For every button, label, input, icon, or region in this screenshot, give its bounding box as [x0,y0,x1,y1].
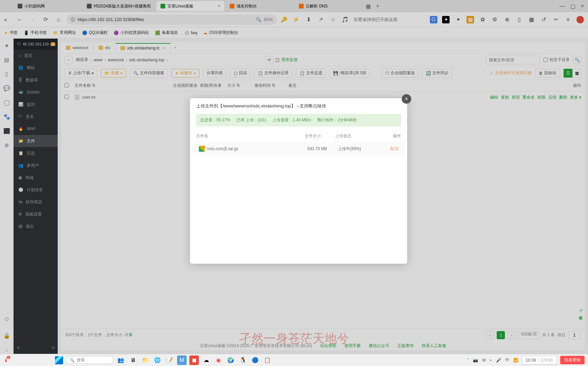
star-icon[interactable]: ☆ [329,16,337,23]
sidebar-item-terminal[interactable]: ▣终端 [14,171,58,184]
scissor-icon[interactable]: ✂ [552,16,559,23]
right-side-help[interactable]: ↻ 客服 [576,309,583,313]
action-more[interactable]: 更多 ▾ [570,95,581,100]
extensions-icon[interactable]: ▦ [364,2,372,10]
sidebar-item-logs[interactable]: 📋日志 [14,147,58,159]
bookmark-fwq[interactable]: ⚪fwq [184,30,197,35]
link-support[interactable]: 联系人工客服 [422,343,446,349]
sidebar-item-db[interactable]: 🗄数据库 [14,74,58,86]
sidebar-item-security[interactable]: 🛡安全 [14,110,58,123]
close-tab-icon[interactable]: × [218,4,220,8]
sidebar-item-docker[interactable]: 🐳Docker [14,86,58,98]
strip-folder-icon[interactable]: ▤ [3,56,11,64]
sync-button[interactable]: 🔄 文件同步 [422,69,452,78]
key-icon[interactable]: 🔑 [280,16,288,23]
file-tab-etc[interactable]: etc [94,43,116,53]
task-note-icon[interactable]: M [177,355,187,365]
sidebar-item-store[interactable]: 🛍软件商店 [14,196,58,208]
browser-tab-0[interactable]: 小刘源码网 [14,1,81,11]
footprint-button[interactable]: 📋 文件足迹 [296,69,326,78]
link-wechat[interactable]: 微信公众号 [369,343,389,349]
view-list-button[interactable]: ☰ [564,69,572,78]
back-button[interactable]: ← [15,15,24,24]
browser-tab-3[interactable]: 域名控制台 [226,1,293,11]
file-name[interactable]: .user.ini [81,95,95,100]
menu-icon[interactable]: ≡ [564,16,572,23]
task-netease-icon[interactable]: ◉ [214,355,223,365]
task-browser-icon[interactable]: 🌍 [226,355,235,365]
bookmark-oss[interactable]: ☁OSS管理控制台 [203,30,238,36]
upload-download-button[interactable]: ⇵ 上传/下载 ▾ [64,69,97,78]
task-vm-icon[interactable]: 🖥 [128,355,138,365]
feedback-link[interactable]: 📋需求反馈 [275,57,298,63]
url-input[interactable]: ⓘ https://45.192.101.120:32908/files 🔍 8… [67,15,277,25]
task-red-icon[interactable]: ◼ [189,355,199,365]
sidebar-item-monitor[interactable]: 📊监控 [14,98,58,110]
bc-refresh-button[interactable]: ⟳ [265,56,273,64]
send-icon[interactable]: ↗ [317,16,324,23]
browser-tab-1[interactable]: H52024新版大圣源码+搭建教程 [83,1,155,11]
bookmark-liu[interactable]: 🟣小刘优质源码站 [114,30,149,36]
action-perm[interactable]: 权限 [537,95,546,100]
history-icon[interactable]: ↺ [540,16,547,23]
pwa-icon[interactable]: ⊕ [503,16,511,23]
strip-star-icon[interactable]: ★ [3,41,11,49]
page-current[interactable]: 1 [497,331,505,339]
ext-translate-icon[interactable]: G [430,16,437,23]
start-button[interactable] [55,356,63,364]
ext-icon-3[interactable]: ▦ [467,16,474,23]
action-compress[interactable]: 压缩 [548,95,556,100]
recycle-bin-button[interactable]: 🗑 回收站 [535,69,560,78]
upload-cancel-button[interactable]: 取消 [390,146,398,151]
download-icon[interactable]: ⬇ [305,16,312,23]
sidebar-item-home[interactable]: ⌂首页 [14,49,58,62]
view-grid-button[interactable]: ▦ [572,69,581,78]
file-tab-xds[interactable]: xds.xindasheng.tc× [116,43,171,53]
browser-tab-2[interactable]: 宝塔Linux面板× [156,1,224,11]
operation-log-button[interactable]: 📋 文件操作记录 [254,69,292,78]
new-tab-button[interactable]: + [374,2,382,10]
strip-phone-icon[interactable]: ▯ [3,70,11,78]
col-size[interactable]: 大小 ⇅ [227,83,254,88]
tray-camera-icon[interactable]: 📷 [473,358,478,363]
include-subdirs-checkbox[interactable]: 包含子目录 [544,57,570,63]
col-mod[interactable]: 修改时间 ⇅ [254,83,288,88]
music-icon[interactable]: 🎵 [341,16,349,23]
task-qq-icon[interactable]: 🐧 [238,355,248,365]
bc-www[interactable]: www [94,58,102,62]
close-window-icon[interactable]: × [581,3,584,9]
ext-icon-2[interactable]: ✦ [454,16,462,23]
sidebar-item-users[interactable]: 👥多用户 [14,159,58,171]
bookmark-root[interactable]: ★书签 [4,30,18,36]
device-icon[interactable]: ▯ [515,16,523,23]
bc-current[interactable]: xds.xindasheng.top [129,58,164,62]
favorite-button[interactable]: ★ 收藏夹 ▾ [171,69,200,78]
bc-wwwroot[interactable]: wwwroot [108,58,124,62]
sidebar-item-site[interactable]: 🌐网站 [14,62,58,74]
modal-close-button[interactable]: × [402,94,411,104]
strip-circle-icon[interactable]: ◯ [3,98,11,106]
search-input[interactable] [486,56,540,64]
bookmark-qq[interactable]: 🔵QQ沐编程 [82,30,108,36]
file-tab-wwwroot[interactable]: wwwroot [61,43,94,53]
bookmark-mobile[interactable]: 📱手机书签 [24,30,47,36]
task-baidu-icon[interactable]: 🔵 [250,355,260,365]
sidebar-item-logout[interactable]: ⏻退出 [14,220,58,232]
sidebar-item-waf[interactable]: 🔥WAF [14,123,58,135]
link-verify[interactable]: 正版查询 [397,343,414,349]
goto-input[interactable] [568,331,581,339]
bookmark-domain[interactable]: 🟩备案域名 [155,30,178,36]
ext-icon-1[interactable]: ✦ [442,16,450,23]
select-all-checkbox[interactable] [64,83,69,87]
sidebar-collapse[interactable]: ≡≡ [14,342,58,354]
maximize-icon[interactable]: ▢ [570,3,575,9]
task-cloud-icon[interactable]: ☁ [202,355,211,365]
taskbar-search[interactable]: 🔍搜索 [66,356,113,364]
action-edit[interactable]: 编辑 [490,95,498,100]
calc-link[interactable]: 计算 [125,332,133,338]
bookmark-folder-common[interactable]: 📁常用网址 [53,30,76,36]
row-checkbox[interactable] [64,95,69,99]
action-copy[interactable]: 复制 [501,95,509,100]
page-next-button[interactable]: › [508,331,516,339]
strip-cube-icon[interactable]: ◇ [3,314,11,323]
